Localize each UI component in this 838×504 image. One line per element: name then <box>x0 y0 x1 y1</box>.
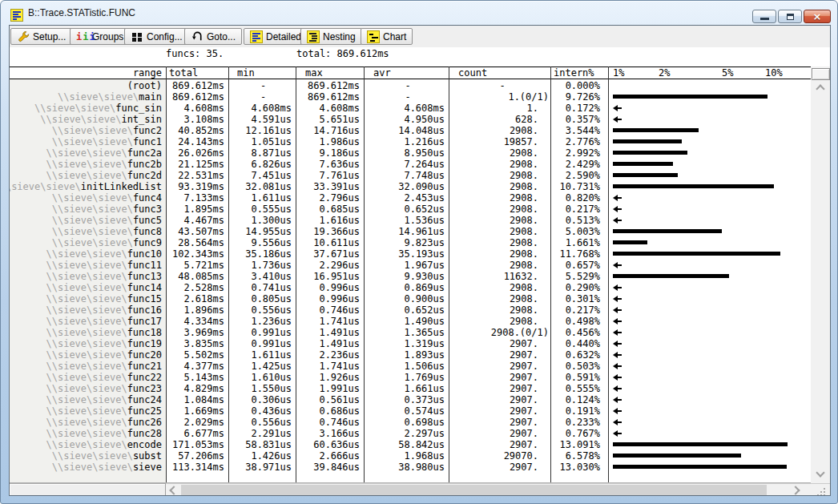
total-value: 1.896ms <box>167 304 224 316</box>
avr-value: - <box>371 91 445 103</box>
resize-grip-icon[interactable] <box>817 488 819 490</box>
max-value: 1.986us <box>303 136 360 147</box>
range-cell: \\sieve\sieve\func21 <box>10 361 162 372</box>
range-cell: \\sieve\sieve\func2b <box>10 159 162 170</box>
table-row[interactable]: \\sieve\sieve\func174.334ms1.236us1.741u… <box>10 316 811 327</box>
intern-value: 10.731% <box>555 181 600 192</box>
table-row[interactable]: \\sieve\sieve\main869.612ms-869.612ms-1.… <box>10 91 811 103</box>
total-value: 2.528ms <box>167 282 224 293</box>
table-row[interactable]: \\sieve\sieve\func193.835ms0.991us1.491u… <box>10 338 811 349</box>
function-name: func10 <box>127 248 162 260</box>
function-name: func28 <box>127 428 162 439</box>
table-row[interactable]: \\sieve\sieve\func_sin4.608ms4.608ms4.60… <box>10 103 811 114</box>
table-row[interactable]: \\sieve\sieve\func205.502ms1.611us2.236u… <box>10 349 811 361</box>
range-cell: \\sieve\sieve\func_sin <box>10 103 162 114</box>
table-row[interactable]: \\sieve\sieve\initLinkedList93.319ms32.0… <box>10 181 811 192</box>
max-value: 16.951us <box>303 271 360 282</box>
table-row[interactable]: \\sieve\sieve\func262.029ms0.556us0.746u… <box>10 417 811 428</box>
column-separator <box>296 67 296 482</box>
range-path-prefix: \\sieve\sieve\ <box>46 439 127 450</box>
table-row[interactable]: \\sieve\sieve\func234.829ms1.550us1.991u… <box>10 383 811 394</box>
table-row[interactable]: \\sieve\sieve\sieve113.314ms38.971us39.8… <box>10 462 811 473</box>
total-value: 40.852ms <box>167 125 224 136</box>
max-value: 0.746us <box>303 304 360 316</box>
intern-value: 0.820% <box>555 192 600 204</box>
table-row[interactable]: \\sieve\sieve\func142.528ms0.741us0.996u… <box>10 282 811 293</box>
intern-value: 0.503% <box>555 361 600 372</box>
avr-value: 8.950us <box>371 147 445 159</box>
avr-value: 1.490us <box>371 316 445 327</box>
table-row[interactable]: \\sieve\sieve\func928.564ms9.556us10.611… <box>10 237 811 248</box>
intern-percent-bar <box>613 252 780 256</box>
below-scale-arrow-icon <box>613 307 622 313</box>
close-icon: × <box>804 10 830 22</box>
table-row[interactable]: \\sieve\sieve\func2d22.531ms7.451us7.761… <box>10 170 811 181</box>
table-row[interactable]: (root)869.612ms-869.612ms--0.000% <box>10 80 811 91</box>
table-row[interactable]: \\sieve\sieve\encode171.053ms58.831us60.… <box>10 439 811 450</box>
horizontal-scrollbar-thumb[interactable] <box>181 485 767 495</box>
range-path-prefix: \\sieve\sieve\ <box>46 361 127 372</box>
function-name: func1 <box>133 136 162 147</box>
intern-value: 0.440% <box>555 338 600 349</box>
total-value: 1.669ms <box>167 405 224 417</box>
avr-value: 1.968us <box>371 450 445 462</box>
range-path-prefix: \\sieve\sieve\ <box>46 147 127 159</box>
avr-value: 2.453us <box>371 192 445 204</box>
count-value: 2908. <box>456 260 549 271</box>
table-row[interactable]: \\sieve\sieve\subst57.206ms1.426us2.666u… <box>10 450 811 462</box>
table-row[interactable]: \\sieve\sieve\func2b21.125ms6.826us7.636… <box>10 159 811 170</box>
table-row[interactable]: \\sieve\sieve\func214.377ms1.425us1.741u… <box>10 361 811 372</box>
table-row[interactable]: \\sieve\sieve\func843.507ms14.955us19.36… <box>10 226 811 237</box>
close-button[interactable]: × <box>804 10 831 23</box>
table-row[interactable]: \\sieve\sieve\func183.969ms0.991us1.491u… <box>10 327 811 338</box>
table-row[interactable]: \\sieve\sieve\func31.895ms0.555us0.685us… <box>10 204 811 215</box>
max-value: 869.612ms <box>303 91 360 103</box>
table-row[interactable]: \\sieve\sieve\func152.618ms0.805us0.996u… <box>10 293 811 304</box>
table-row[interactable]: \\sieve\sieve\func47.133ms1.611us2.796us… <box>10 192 811 204</box>
table-row[interactable]: \\sieve\sieve\func161.896ms0.556us0.746u… <box>10 304 811 316</box>
function-name: (root) <box>127 80 162 91</box>
table-row[interactable]: \\sieve\sieve\func10102.343ms35.186us37.… <box>10 248 811 260</box>
function-name: func11 <box>127 260 162 271</box>
avr-value: 7.264us <box>371 159 445 170</box>
range-path-prefix: \\sieve\sieve\ <box>52 215 133 226</box>
min-value: 4.608ms <box>235 103 292 114</box>
table-row[interactable]: \\sieve\sieve\func54.467ms1.300us1.616us… <box>10 215 811 226</box>
min-value: 8.871us <box>235 147 292 159</box>
restore-button[interactable] <box>778 10 802 23</box>
table-row[interactable]: \\sieve\sieve\int_sin3.108ms4.591us5.651… <box>10 114 811 125</box>
total-value: 3.835ms <box>167 338 224 349</box>
total-value: 22.531ms <box>167 170 224 181</box>
below-scale-arrow-icon <box>613 195 622 201</box>
table-row[interactable]: \\sieve\sieve\func241.084ms0.306us0.561u… <box>10 394 811 405</box>
function-name: func26 <box>127 417 162 428</box>
vertical-scrollbar[interactable] <box>811 67 830 483</box>
min-value: 1.236us <box>235 316 292 327</box>
intern-value: 0.657% <box>555 260 600 271</box>
table-row[interactable]: \\sieve\sieve\func124.143ms1.051us1.986u… <box>10 136 811 147</box>
minimize-button[interactable] <box>752 10 776 23</box>
table-row[interactable]: \\sieve\sieve\func240.852ms12.161us14.71… <box>10 125 811 136</box>
table-row[interactable]: \\sieve\sieve\func225.143ms1.610us1.926u… <box>10 372 811 383</box>
table-row[interactable]: \\sieve\sieve\func286.677ms2.291us3.166u… <box>10 428 811 439</box>
max-value: 1.741us <box>303 361 360 372</box>
function-name: int_sin <box>121 114 162 125</box>
avr-value: 38.980us <box>371 462 445 473</box>
minimize-icon <box>760 18 769 20</box>
count-value: 2907. <box>456 349 549 361</box>
table-row[interactable]: \\sieve\sieve\func251.669ms0.436us0.686u… <box>10 405 811 417</box>
titlebar[interactable]: B::Trace.STATistic.FUNC × <box>1 1 837 25</box>
max-value: 19.366us <box>303 226 360 237</box>
below-scale-arrow-icon <box>613 284 622 291</box>
table-row[interactable]: \\sieve\sieve\func1348.085ms3.410us16.95… <box>10 271 811 282</box>
count-value: 2907. <box>456 338 549 349</box>
intern-value: 0.555% <box>555 383 600 394</box>
intern-value: 0.233% <box>555 417 600 428</box>
below-scale-arrow-icon <box>613 206 622 212</box>
function-name: func13 <box>127 271 162 282</box>
table-row[interactable]: \\sieve\sieve\func115.721ms1.736us2.296u… <box>10 260 811 271</box>
vertical-scrollbar-thumb[interactable] <box>812 68 830 80</box>
table-row[interactable]: \\sieve\sieve\func2a26.026ms8.871us9.186… <box>10 147 811 159</box>
intern-percent-bar <box>613 162 673 166</box>
function-name: func9 <box>133 237 162 248</box>
